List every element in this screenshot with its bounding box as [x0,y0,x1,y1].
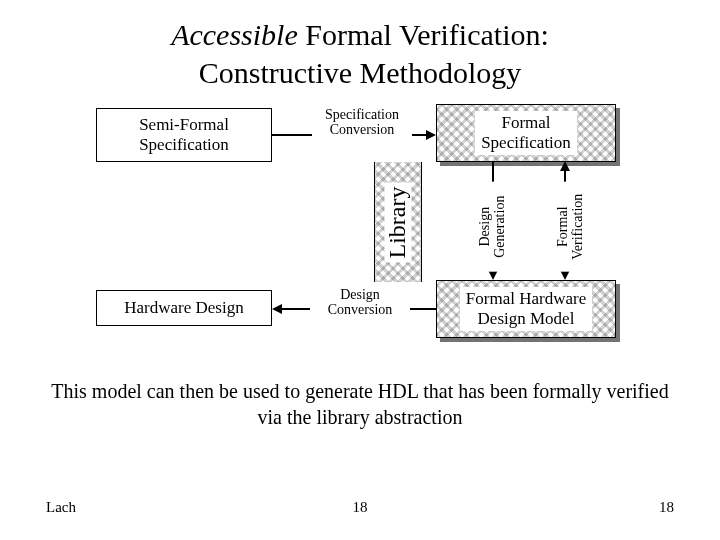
box-semi-formal-spec: Semi-Formal Specification [96,108,272,162]
box-formal-specification-label: Formal Specification [475,111,577,156]
title-emphasis: Accessible [171,18,298,51]
box-formal-hardware-model-label: Formal Hardware Design Model [460,287,592,332]
slide-title: Accessible Formal Verification: Construc… [0,0,720,91]
footer-page-center: 18 [0,499,720,516]
label-formal-verification: Formal Verification [556,182,585,272]
label-design-conversion: Design Conversion [310,288,410,317]
title-rest1: Formal Verification: [298,18,549,51]
box-formal-hardware-model: Formal Hardware Design Model [436,280,616,338]
label-spec-conversion: Specification Conversion [312,108,412,137]
library-label: Library [385,182,412,262]
arrow-design-conversion-icon [272,304,282,314]
box-hardware-design: Hardware Design [96,290,272,326]
arrow-spec-conversion-icon [426,130,436,140]
label-design-generation: Design Generation [478,182,507,272]
title-line2: Constructive Methodology [199,56,521,89]
arrow-formal-verification-up-icon [560,161,570,171]
library-column: Library [374,162,422,282]
methodology-diagram: Semi-Formal Specification Hardware Desig… [96,104,624,352]
slide-footer: Lach 18 18 [0,499,720,516]
box-semi-formal-spec-label: Semi-Formal Specification [139,115,229,156]
footer-page-right: 18 [659,499,674,516]
box-hardware-design-label: Hardware Design [124,298,243,318]
footer-author: Lach [46,499,76,516]
slide-caption: This model can then be used to generate … [0,378,720,430]
box-formal-specification: Formal Specification [436,104,616,162]
